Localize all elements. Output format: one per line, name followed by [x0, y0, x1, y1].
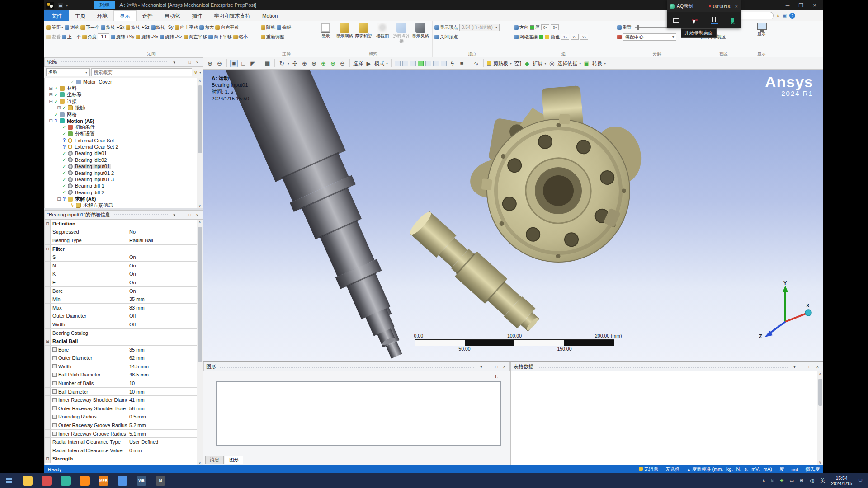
- triad-axes[interactable]: Y X Z: [755, 280, 815, 340]
- panel-menu-icon[interactable]: ▾: [478, 365, 484, 369]
- details-row[interactable]: N On: [45, 262, 197, 270]
- microphone-icon[interactable]: ⌻: [771, 478, 774, 483]
- select-by-label[interactable]: 选择依据: [557, 60, 577, 67]
- section-collapse-icon[interactable]: [45, 312, 51, 320]
- tray-expand-icon[interactable]: ∧: [762, 478, 765, 483]
- parameter-checkbox[interactable]: [52, 389, 57, 394]
- parameter-checkbox[interactable]: [52, 432, 57, 436]
- tree-item[interactable]: 坐标系: [45, 92, 197, 98]
- tree-item[interactable]: 连接: [45, 98, 197, 104]
- taskbar-clock[interactable]: 15:542024/1/15: [831, 475, 852, 486]
- quick-access-caret-icon[interactable]: ▾: [66, 3, 68, 8]
- filter-face-icon[interactable]: [410, 61, 416, 66]
- ribbon-tab[interactable]: 学习和技术支持: [208, 10, 257, 21]
- wireframe-icon[interactable]: □: [240, 60, 247, 67]
- ribbon-button[interactable]: 上一个 ▾: [62, 34, 81, 40]
- details-row[interactable]: Bore On: [45, 287, 197, 296]
- details-row[interactable]: S On: [45, 253, 197, 262]
- ribbon-big-button[interactable]: 横截面: [373, 23, 392, 43]
- tree-item[interactable]: 初始条件: [45, 124, 197, 131]
- ribbon-button[interactable]: 向右平移 ▾: [215, 24, 239, 31]
- recorder-close-icon[interactable]: ×: [735, 4, 738, 9]
- ribbon-button[interactable]: 旋转 -Sx ▾: [136, 34, 158, 40]
- ribbon-button[interactable]: 缩小 ▾: [233, 34, 248, 40]
- mesh-connection-button[interactable]: 网格连接: [514, 34, 538, 40]
- details-row[interactable]: Suppressed No: [45, 228, 197, 237]
- details-row[interactable]: K On: [45, 270, 197, 279]
- parameter-checkbox[interactable]: [52, 406, 57, 410]
- zoom-undo-icon[interactable]: ⊖: [339, 60, 346, 67]
- details-row[interactable]: Max 83 mm: [45, 304, 197, 312]
- scroll-up-icon[interactable]: ∧: [198, 79, 201, 83]
- section-collapse-icon[interactable]: [45, 396, 51, 404]
- panel-pin-icon[interactable]: ⊥: [486, 365, 492, 369]
- zoom-in-icon[interactable]: ⊕: [206, 60, 214, 67]
- details-row[interactable]: Outer Diameter 62 mm: [45, 354, 197, 363]
- edge-dd-x[interactable]: x: [571, 34, 579, 40]
- edge-dd-3[interactable]: 3: [551, 24, 559, 30]
- display-button[interactable]: 显示: [752, 23, 771, 36]
- tree-item[interactable]: Bearing idle01: [45, 150, 197, 156]
- network-icon[interactable]: ⊕: [800, 478, 803, 483]
- shaded-exterior-icon[interactable]: ■: [230, 60, 238, 67]
- extend-label[interactable]: 扩展: [533, 60, 542, 67]
- zoom-box-icon[interactable]: ⊕: [301, 60, 308, 67]
- tabular-scrollbar[interactable]: ∧ ∨: [817, 371, 823, 465]
- edge-direction-button[interactable]: 方向: [514, 24, 528, 31]
- panel-pin-icon[interactable]: ⊥: [799, 365, 805, 369]
- graph-plot-area[interactable]: 1. 消息图形: [203, 371, 510, 465]
- section-collapse-icon[interactable]: [45, 320, 51, 328]
- section-collapse-icon[interactable]: [45, 287, 51, 295]
- details-scrollbar[interactable]: ∧ ∨: [197, 220, 203, 465]
- ribbon-tab[interactable]: 选择: [137, 10, 159, 21]
- taskbar-app-icon[interactable]: [80, 476, 90, 486]
- details-row[interactable]: Ball Diameter 10 mm: [45, 388, 197, 396]
- recorder-mic-button[interactable]: [731, 18, 734, 23]
- name-filter-select[interactable]: 名称▾: [46, 68, 90, 76]
- taskbar-app-icon[interactable]: [42, 476, 52, 486]
- ribbon-tab[interactable]: 文件: [44, 10, 69, 21]
- start-button[interactable]: [6, 478, 13, 484]
- tree-expand-icon[interactable]: [48, 92, 53, 97]
- section-collapse-icon[interactable]: [45, 362, 51, 371]
- parameter-checkbox[interactable]: [52, 373, 57, 377]
- tree-item[interactable]: External Gear Set 2: [45, 144, 197, 150]
- ribbon-tab[interactable]: 插件: [186, 10, 208, 21]
- notification-center-icon[interactable]: 🗨: [858, 478, 863, 483]
- ribbon-big-button[interactable]: 显示网格: [335, 23, 354, 43]
- parameter-checkbox[interactable]: [52, 398, 57, 402]
- taskbar-app-icon[interactable]: MPR: [99, 476, 108, 486]
- section-collapse-icon[interactable]: [45, 354, 51, 362]
- save-icon[interactable]: [58, 3, 63, 8]
- filter-element-icon[interactable]: [433, 61, 439, 66]
- section-collapse-icon[interactable]: [45, 245, 51, 253]
- record-button[interactable]: [692, 19, 698, 21]
- panel-float-icon[interactable]: □: [494, 365, 500, 369]
- section-collapse-icon[interactable]: [45, 346, 51, 354]
- edge-dd-0[interactable]: 0: [541, 24, 549, 30]
- filter-edge-icon[interactable]: [402, 61, 408, 66]
- edge-color-green[interactable]: [539, 35, 543, 39]
- ribbon-big-button[interactable]: 厚壳和梁: [354, 23, 373, 43]
- coordinate-probe-icon[interactable]: ϟ: [448, 60, 456, 67]
- ribbon-big-button[interactable]: 显示风格: [411, 23, 430, 43]
- details-row[interactable]: F On: [45, 278, 197, 287]
- ribbon-tab[interactable]: 自动化: [159, 10, 186, 21]
- details-row[interactable]: Bearing Catalog: [45, 329, 197, 338]
- search-options-icon[interactable]: ▾: [199, 70, 201, 75]
- outline-search-input[interactable]: [91, 68, 192, 76]
- restore-button[interactable]: ❐: [794, 0, 808, 10]
- taskbar-app-icon[interactable]: [61, 476, 71, 486]
- details-row[interactable]: Strength: [45, 455, 197, 464]
- details-row[interactable]: Radial Internal Clearance Value 0 mm: [45, 446, 197, 455]
- scroll-up-icon[interactable]: ∧: [819, 372, 821, 376]
- device-icon[interactable]: ▭: [789, 478, 793, 483]
- tree-item[interactable]: Motion (A5): [45, 117, 197, 124]
- ribbon-button[interactable]: 重新调整: [261, 34, 284, 40]
- taskbar-app-icon[interactable]: M: [156, 476, 165, 486]
- panel-close-icon[interactable]: ×: [501, 365, 507, 369]
- filter-element-face-icon[interactable]: [441, 61, 447, 66]
- ribbon-button[interactable]: 下一个 ▾: [80, 24, 99, 31]
- zoom-fit-icon[interactable]: ⊕: [310, 60, 318, 67]
- details-row[interactable]: Width Off: [45, 320, 197, 329]
